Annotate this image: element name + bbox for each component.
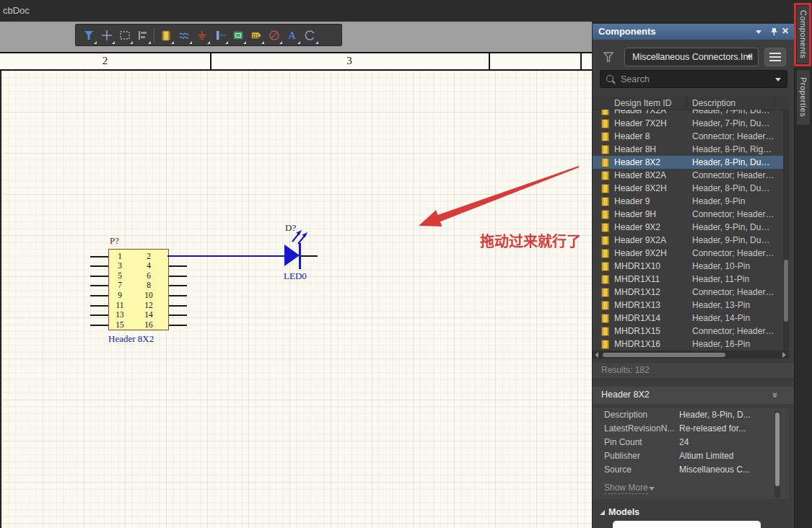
sheet-ruler: 2 3 xyxy=(0,52,592,71)
list-item[interactable]: Header 8X2H Header, 8-Pin, Dual... xyxy=(593,182,789,195)
text-string-icon[interactable]: A xyxy=(283,26,301,45)
component-icon xyxy=(601,184,609,193)
pin-panel-icon[interactable] xyxy=(769,27,779,37)
scrollbar-thumb[interactable] xyxy=(603,353,725,357)
library-selector[interactable]: Miscellaneous Connectors.Intl xyxy=(624,48,759,66)
list-item[interactable]: Header 8H Header, 8-Pin, Right... xyxy=(593,143,789,156)
list-item[interactable]: Header 8 Connector; Header;... xyxy=(593,130,789,143)
align-objects-icon[interactable] xyxy=(134,26,152,45)
component-icon xyxy=(601,132,609,141)
pin[interactable] xyxy=(90,305,108,307)
list-item[interactable]: Header 9X2H Connector; Header;... xyxy=(593,247,789,260)
designator-tag-icon[interactable]: D1 xyxy=(247,26,265,45)
models-section-title[interactable]: Models xyxy=(608,507,639,517)
scroll-left-arrow-icon[interactable] xyxy=(595,352,598,358)
scrollbar-thumb[interactable] xyxy=(775,413,780,486)
gnd-power-port-icon[interactable] xyxy=(193,26,211,45)
filter-button[interactable] xyxy=(600,48,617,66)
list-item[interactable]: Header 8X2 Header, 8-Pin, Dual... xyxy=(593,156,789,169)
filter-funnel-icon[interactable] xyxy=(79,26,97,45)
list-item[interactable]: MHDR1X12 Connector; Header;... xyxy=(593,286,789,299)
pin[interactable] xyxy=(90,325,108,326)
toolbar-strip: D1A xyxy=(0,22,592,52)
pin[interactable] xyxy=(169,325,187,326)
header-comment[interactable]: Header 8X2 xyxy=(108,333,173,345)
pin[interactable] xyxy=(90,295,108,296)
close-panel-icon[interactable]: ✕ xyxy=(782,26,789,36)
place-part-icon[interactable] xyxy=(157,26,175,45)
list-item[interactable]: MHDR1X13 Header, 13-Pin xyxy=(593,299,789,312)
pin[interactable] xyxy=(169,265,187,267)
place-pin-icon[interactable] xyxy=(211,26,229,45)
pin[interactable] xyxy=(169,276,187,277)
document-tab[interactable]: cbDoc xyxy=(3,5,30,16)
place-wire-icon[interactable] xyxy=(175,26,193,45)
list-item[interactable]: Header 7X2H Header, 7-Pin, Dual... xyxy=(593,117,789,130)
wire[interactable] xyxy=(167,255,285,257)
list-item[interactable]: MHDR1X16 Header, 16-Pin xyxy=(593,338,789,351)
detail-vertical-scrollbar[interactable] xyxy=(774,411,780,498)
list-item[interactable]: Header 8X2A Connector; Header;... xyxy=(593,169,789,182)
place-arc-icon[interactable] xyxy=(301,26,319,45)
pin[interactable] xyxy=(90,276,108,277)
list-item[interactable]: Header 7X2A Header, 7-Pin, Dual... xyxy=(593,110,789,117)
crosshair-icon[interactable] xyxy=(97,26,115,45)
component-description: Header, 10-Pin xyxy=(692,261,774,271)
pin[interactable] xyxy=(169,285,187,286)
design-item-id: MHDR1X10 xyxy=(614,261,688,271)
column-divider[interactable] xyxy=(686,97,687,108)
pin[interactable] xyxy=(90,265,108,267)
schematic-canvas[interactable]: P? 1 3 5 7 9 11 13 15246810121416 Header… xyxy=(0,71,593,528)
component-icon xyxy=(601,314,609,323)
no-erc-directive-icon[interactable] xyxy=(265,26,283,45)
component-description: Header, 8-Pin, Dual... xyxy=(692,157,774,167)
pin[interactable] xyxy=(90,314,108,316)
list-item[interactable]: MHDR1X14 Header, 14-Pin xyxy=(593,312,789,325)
list-item[interactable]: Header 9H Connector; Header;... xyxy=(593,208,789,221)
detail-section-header[interactable]: Header 8X2 » xyxy=(593,387,795,405)
list-vertical-scrollbar[interactable] xyxy=(783,110,789,351)
property-row: Source Miscellaneous C... xyxy=(593,463,789,477)
panel-menu-caret-icon[interactable] xyxy=(756,30,761,34)
show-more-link[interactable]: Show More xyxy=(604,483,648,494)
led-pin xyxy=(301,255,318,257)
header-designator[interactable]: P? xyxy=(110,235,119,247)
column-divider[interactable] xyxy=(774,97,775,108)
list-item[interactable]: MHDR1X15 Connector; Header;... xyxy=(593,325,789,338)
led-comment[interactable]: LED0 xyxy=(284,270,307,282)
panel-hamburger-menu-button[interactable] xyxy=(764,48,786,66)
pin[interactable] xyxy=(169,295,187,296)
component-description: Header, 8-Pin, Dual... xyxy=(692,183,774,193)
column-header-description[interactable]: Description xyxy=(692,98,735,108)
list-column-headers[interactable]: Design Item ID Description xyxy=(593,97,789,110)
models-collapse-triangle-icon[interactable] xyxy=(600,510,605,515)
component-icon xyxy=(601,223,609,232)
led-diode-triangle[interactable] xyxy=(284,245,300,266)
pin[interactable] xyxy=(169,305,187,307)
component-list[interactable]: Header 7X2A Header, 7-Pin, Dual... Heade… xyxy=(593,110,789,351)
list-item[interactable]: Header 9X2A Header, 9-Pin, Dual... xyxy=(593,234,789,247)
list-item[interactable]: Header 9 Header, 9-Pin xyxy=(593,195,789,208)
pin[interactable] xyxy=(90,256,108,258)
pin[interactable] xyxy=(169,314,187,316)
pin[interactable] xyxy=(90,285,108,286)
pin-number: 12 xyxy=(139,301,159,309)
pin-number: 5 xyxy=(110,271,130,280)
column-header-design-item-id[interactable]: Design Item ID xyxy=(614,98,671,108)
search-input[interactable]: Search xyxy=(600,70,787,88)
list-horizontal-scrollbar[interactable] xyxy=(593,351,789,358)
component-icon xyxy=(601,158,609,167)
component-icon xyxy=(601,171,609,180)
collapse-chevrons-icon[interactable]: » xyxy=(770,392,781,397)
tab-properties[interactable]: Properties xyxy=(797,70,810,125)
sheet-symbol-icon[interactable] xyxy=(229,26,247,45)
design-item-id: Header 9X2A xyxy=(614,235,688,245)
property-value: 24 xyxy=(679,437,770,447)
list-item[interactable]: MHDR1X11 Header, 11-Pin xyxy=(593,273,789,286)
list-item[interactable]: MHDR1X10 Header, 10-Pin xyxy=(593,260,789,273)
scrollbar-thumb[interactable] xyxy=(784,260,788,322)
list-item[interactable]: Header 9X2 Header, 9-Pin, Dual... xyxy=(593,221,789,234)
scroll-right-arrow-icon[interactable] xyxy=(782,352,786,358)
selection-marquee-icon[interactable] xyxy=(115,26,134,45)
search-options-caret-icon[interactable] xyxy=(775,78,781,82)
